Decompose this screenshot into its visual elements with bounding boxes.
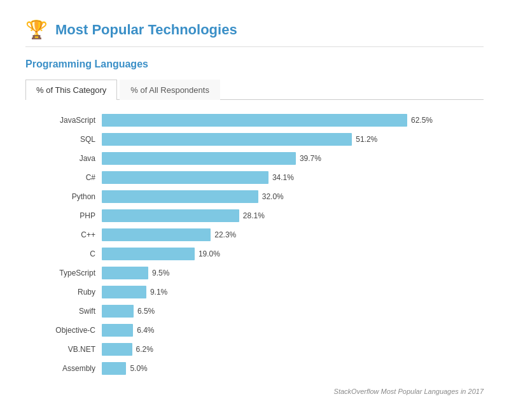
bar-value-label: 6.2% [136, 345, 153, 354]
bar-container: 39.7% [102, 152, 484, 165]
trophy-icon: 🏆 [25, 19, 48, 40]
bar-row: C++22.3% [38, 228, 484, 241]
bar-row: SQL51.2% [38, 133, 484, 146]
bar-label: TypeScript [38, 269, 102, 277]
bar-fill [102, 324, 133, 337]
bar-fill [102, 152, 296, 165]
bar-container: 62.5% [102, 114, 484, 127]
page-header: 🏆 Most Popular Technologies [25, 19, 484, 40]
tab-all-respondents[interactable]: % of All Respondents [120, 80, 220, 100]
bar-label: Assembly [38, 364, 102, 373]
bar-row: TypeScript9.5% [38, 267, 484, 279]
bar-container: 5.0% [102, 362, 484, 375]
bar-label: Ruby [38, 288, 102, 297]
bar-row: Java39.7% [38, 152, 484, 165]
bar-fill [102, 133, 352, 146]
bar-value-label: 39.7% [300, 154, 321, 163]
bar-fill [102, 305, 134, 318]
bar-container: 34.1% [102, 171, 484, 184]
bar-container: 28.1% [102, 209, 484, 222]
bar-value-label: 62.5% [411, 116, 433, 125]
bar-label: PHP [38, 211, 102, 220]
bar-row: PHP28.1% [38, 209, 484, 222]
bar-value-label: 32.0% [262, 192, 284, 201]
bar-fill [102, 114, 407, 127]
bar-chart: JavaScript62.5%SQL51.2%Java39.7%C#34.1%P… [25, 114, 484, 375]
bar-container: 9.5% [102, 267, 484, 279]
bar-label: VB.NET [38, 345, 102, 354]
bar-label: C# [38, 173, 102, 182]
bar-row: C19.0% [38, 248, 484, 260]
bar-row: JavaScript62.5% [38, 114, 484, 127]
tab-bar: % of This Category % of All Respondents [25, 79, 484, 100]
bar-label: SQL [38, 135, 102, 144]
bar-container: 6.4% [102, 324, 484, 337]
bar-label: C [38, 249, 102, 258]
bar-value-label: 5.0% [130, 364, 147, 373]
bar-value-label: 6.4% [137, 326, 154, 335]
bar-label: Java [38, 154, 102, 163]
bar-fill [102, 209, 239, 222]
bar-fill [102, 286, 146, 298]
bar-value-label: 34.1% [272, 173, 294, 182]
bar-container: 32.0% [102, 190, 484, 203]
bar-container: 6.2% [102, 343, 484, 356]
bar-value-label: 22.3% [214, 230, 236, 239]
header-divider [25, 46, 484, 47]
bar-label: Objective-C [38, 326, 102, 335]
bar-container: 6.5% [102, 305, 484, 318]
bar-container: 22.3% [102, 228, 484, 241]
tab-this-category[interactable]: % of This Category [25, 80, 117, 100]
bar-fill [102, 190, 258, 203]
bar-value-label: 9.5% [152, 269, 169, 277]
bar-fill [102, 248, 195, 260]
bar-fill [102, 267, 148, 279]
bar-value-label: 9.1% [150, 288, 167, 297]
bar-fill [102, 171, 268, 184]
bar-row: Assembly5.0% [38, 362, 484, 375]
bar-value-label: 6.5% [137, 307, 155, 316]
bar-row: C#34.1% [38, 171, 484, 184]
page-title: Most Popular Technologies [55, 22, 237, 38]
bar-container: 51.2% [102, 133, 484, 146]
bar-value-label: 51.2% [356, 135, 377, 144]
section-title: Programming Languages [25, 59, 484, 70]
bar-container: 19.0% [102, 248, 484, 260]
source-note: StackOverflow Most Popular Languages in … [25, 388, 484, 395]
bar-container: 9.1% [102, 286, 484, 298]
bar-row: Ruby9.1% [38, 286, 484, 298]
bar-row: Python32.0% [38, 190, 484, 203]
bar-row: VB.NET6.2% [38, 343, 484, 356]
bar-value-label: 28.1% [243, 211, 265, 220]
bar-fill [102, 343, 132, 356]
bar-label: Swift [38, 307, 102, 316]
bar-row: Swift6.5% [38, 305, 484, 318]
bar-label: C++ [38, 230, 102, 239]
bar-fill [102, 362, 126, 375]
bar-label: JavaScript [38, 116, 102, 125]
bar-row: Objective-C6.4% [38, 324, 484, 337]
bar-label: Python [38, 192, 102, 201]
bar-value-label: 19.0% [199, 249, 220, 258]
bar-fill [102, 228, 211, 241]
